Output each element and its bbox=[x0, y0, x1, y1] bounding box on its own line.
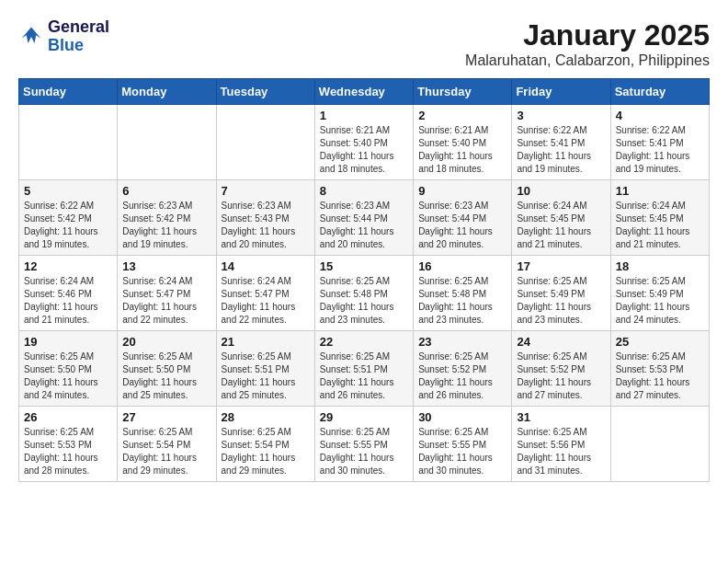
calendar-cell: 9Sunrise: 6:23 AMSunset: 5:44 PMDaylight… bbox=[414, 180, 512, 256]
day-number: 24 bbox=[517, 335, 605, 349]
day-number: 10 bbox=[517, 184, 605, 198]
day-number: 9 bbox=[418, 184, 506, 198]
day-info: Sunrise: 6:25 AMSunset: 5:48 PMDaylight:… bbox=[418, 275, 506, 327]
day-info: Sunrise: 6:23 AMSunset: 5:44 PMDaylight:… bbox=[320, 200, 408, 251]
logo: General Blue bbox=[18, 18, 109, 55]
day-info: Sunrise: 6:25 AMSunset: 5:54 PMDaylight:… bbox=[222, 426, 310, 477]
day-number: 19 bbox=[24, 335, 112, 349]
calendar-week-row: 12Sunrise: 6:24 AMSunset: 5:46 PMDayligh… bbox=[19, 256, 710, 331]
day-number: 16 bbox=[418, 259, 506, 273]
day-info: Sunrise: 6:25 AMSunset: 5:53 PMDaylight:… bbox=[616, 350, 704, 402]
day-number: 12 bbox=[24, 259, 112, 273]
day-number: 26 bbox=[24, 410, 112, 424]
calendar-cell: 3Sunrise: 6:22 AMSunset: 5:41 PMDaylight… bbox=[512, 105, 610, 180]
day-info: Sunrise: 6:25 AMSunset: 5:54 PMDaylight:… bbox=[122, 426, 210, 477]
day-info: Sunrise: 6:25 AMSunset: 5:55 PMDaylight:… bbox=[418, 426, 506, 477]
calendar-cell: 15Sunrise: 6:25 AMSunset: 5:48 PMDayligh… bbox=[314, 256, 413, 331]
calendar-cell: 1Sunrise: 6:21 AMSunset: 5:40 PMDaylight… bbox=[314, 105, 413, 180]
calendar-cell: 11Sunrise: 6:24 AMSunset: 5:45 PMDayligh… bbox=[610, 180, 709, 256]
day-number: 17 bbox=[517, 259, 605, 273]
calendar-cell: 26Sunrise: 6:25 AMSunset: 5:53 PMDayligh… bbox=[19, 407, 118, 482]
day-number: 22 bbox=[320, 335, 408, 349]
day-number: 27 bbox=[122, 410, 210, 424]
calendar-cell: 30Sunrise: 6:25 AMSunset: 5:55 PMDayligh… bbox=[414, 407, 512, 482]
day-number: 20 bbox=[122, 335, 210, 349]
day-number: 7 bbox=[222, 184, 310, 198]
weekday-header: Sunday bbox=[19, 79, 118, 105]
calendar-cell: 14Sunrise: 6:24 AMSunset: 5:47 PMDayligh… bbox=[216, 256, 314, 331]
day-info: Sunrise: 6:25 AMSunset: 5:52 PMDaylight:… bbox=[418, 350, 506, 402]
day-info: Sunrise: 6:25 AMSunset: 5:53 PMDaylight:… bbox=[24, 426, 112, 477]
svg-marker-0 bbox=[22, 27, 41, 43]
day-info: Sunrise: 6:25 AMSunset: 5:51 PMDaylight:… bbox=[320, 350, 408, 402]
day-number: 29 bbox=[320, 410, 408, 424]
calendar-cell: 20Sunrise: 6:25 AMSunset: 5:50 PMDayligh… bbox=[118, 331, 216, 407]
calendar-cell: 17Sunrise: 6:25 AMSunset: 5:49 PMDayligh… bbox=[512, 256, 610, 331]
day-info: Sunrise: 6:25 AMSunset: 5:51 PMDaylight:… bbox=[222, 350, 310, 402]
calendar-cell: 2Sunrise: 6:21 AMSunset: 5:40 PMDaylight… bbox=[414, 105, 512, 180]
calendar-cell: 10Sunrise: 6:24 AMSunset: 5:45 PMDayligh… bbox=[512, 180, 610, 256]
page-subtitle: Malaruhatan, Calabarzon, Philippines bbox=[465, 52, 710, 69]
calendar-cell bbox=[216, 105, 314, 180]
calendar-cell: 27Sunrise: 6:25 AMSunset: 5:54 PMDayligh… bbox=[118, 407, 216, 482]
day-number: 3 bbox=[517, 109, 605, 122]
weekday-header: Monday bbox=[118, 79, 216, 105]
day-info: Sunrise: 6:23 AMSunset: 5:44 PMDaylight:… bbox=[418, 200, 506, 251]
calendar-cell: 24Sunrise: 6:25 AMSunset: 5:52 PMDayligh… bbox=[512, 331, 610, 407]
calendar-cell: 12Sunrise: 6:24 AMSunset: 5:46 PMDayligh… bbox=[19, 256, 118, 331]
weekday-header: Thursday bbox=[414, 79, 512, 105]
calendar-cell: 28Sunrise: 6:25 AMSunset: 5:54 PMDayligh… bbox=[216, 407, 314, 482]
day-info: Sunrise: 6:25 AMSunset: 5:50 PMDaylight:… bbox=[122, 350, 210, 402]
day-number: 15 bbox=[320, 259, 408, 273]
day-info: Sunrise: 6:25 AMSunset: 5:50 PMDaylight:… bbox=[24, 350, 112, 402]
calendar-cell: 13Sunrise: 6:24 AMSunset: 5:47 PMDayligh… bbox=[118, 256, 216, 331]
calendar-cell bbox=[19, 105, 118, 180]
day-number: 18 bbox=[616, 259, 704, 273]
logo-text: General Blue bbox=[48, 18, 109, 55]
day-info: Sunrise: 6:22 AMSunset: 5:41 PMDaylight:… bbox=[616, 124, 704, 176]
day-info: Sunrise: 6:21 AMSunset: 5:40 PMDaylight:… bbox=[418, 124, 506, 176]
day-info: Sunrise: 6:24 AMSunset: 5:47 PMDaylight:… bbox=[122, 275, 210, 327]
day-number: 28 bbox=[222, 410, 310, 424]
calendar-cell: 16Sunrise: 6:25 AMSunset: 5:48 PMDayligh… bbox=[414, 256, 512, 331]
day-info: Sunrise: 6:23 AMSunset: 5:43 PMDaylight:… bbox=[222, 200, 310, 251]
calendar-cell: 31Sunrise: 6:25 AMSunset: 5:56 PMDayligh… bbox=[512, 407, 610, 482]
calendar-week-row: 1Sunrise: 6:21 AMSunset: 5:40 PMDaylight… bbox=[19, 105, 710, 180]
day-number: 31 bbox=[517, 410, 605, 424]
calendar-cell: 4Sunrise: 6:22 AMSunset: 5:41 PMDaylight… bbox=[610, 105, 709, 180]
day-info: Sunrise: 6:25 AMSunset: 5:49 PMDaylight:… bbox=[616, 275, 704, 327]
day-number: 5 bbox=[24, 184, 112, 198]
calendar-body: 1Sunrise: 6:21 AMSunset: 5:40 PMDaylight… bbox=[19, 105, 710, 482]
calendar-cell: 25Sunrise: 6:25 AMSunset: 5:53 PMDayligh… bbox=[610, 331, 709, 407]
calendar-week-row: 19Sunrise: 6:25 AMSunset: 5:50 PMDayligh… bbox=[19, 331, 710, 407]
calendar-cell: 21Sunrise: 6:25 AMSunset: 5:51 PMDayligh… bbox=[216, 331, 314, 407]
calendar-cell: 6Sunrise: 6:23 AMSunset: 5:42 PMDaylight… bbox=[118, 180, 216, 256]
calendar-cell: 22Sunrise: 6:25 AMSunset: 5:51 PMDayligh… bbox=[314, 331, 413, 407]
calendar-week-row: 5Sunrise: 6:22 AMSunset: 5:42 PMDaylight… bbox=[19, 180, 710, 256]
page-title: January 2025 bbox=[465, 18, 710, 52]
day-info: Sunrise: 6:25 AMSunset: 5:52 PMDaylight:… bbox=[517, 350, 605, 402]
day-number: 6 bbox=[122, 184, 210, 198]
calendar-table: SundayMondayTuesdayWednesdayThursdayFrid… bbox=[18, 78, 710, 482]
day-info: Sunrise: 6:21 AMSunset: 5:40 PMDaylight:… bbox=[320, 124, 408, 176]
day-number: 21 bbox=[222, 335, 310, 349]
day-info: Sunrise: 6:24 AMSunset: 5:47 PMDaylight:… bbox=[222, 275, 310, 327]
day-info: Sunrise: 6:24 AMSunset: 5:45 PMDaylight:… bbox=[616, 200, 704, 251]
title-block: January 2025 Malaruhatan, Calabarzon, Ph… bbox=[465, 18, 710, 69]
logo-icon bbox=[18, 24, 44, 50]
weekday-header: Wednesday bbox=[314, 79, 413, 105]
day-info: Sunrise: 6:22 AMSunset: 5:42 PMDaylight:… bbox=[24, 200, 112, 251]
day-number: 1 bbox=[320, 109, 408, 122]
day-number: 23 bbox=[418, 335, 506, 349]
header: General Blue January 2025 Malaruhatan, C… bbox=[18, 18, 710, 69]
day-info: Sunrise: 6:23 AMSunset: 5:42 PMDaylight:… bbox=[122, 200, 210, 251]
day-number: 14 bbox=[222, 259, 310, 273]
calendar-cell: 19Sunrise: 6:25 AMSunset: 5:50 PMDayligh… bbox=[19, 331, 118, 407]
day-info: Sunrise: 6:25 AMSunset: 5:56 PMDaylight:… bbox=[517, 426, 605, 477]
weekday-header: Tuesday bbox=[216, 79, 314, 105]
calendar-cell: 5Sunrise: 6:22 AMSunset: 5:42 PMDaylight… bbox=[19, 180, 118, 256]
calendar-week-row: 26Sunrise: 6:25 AMSunset: 5:53 PMDayligh… bbox=[19, 407, 710, 482]
day-number: 8 bbox=[320, 184, 408, 198]
day-info: Sunrise: 6:24 AMSunset: 5:46 PMDaylight:… bbox=[24, 275, 112, 327]
day-number: 4 bbox=[616, 109, 704, 122]
